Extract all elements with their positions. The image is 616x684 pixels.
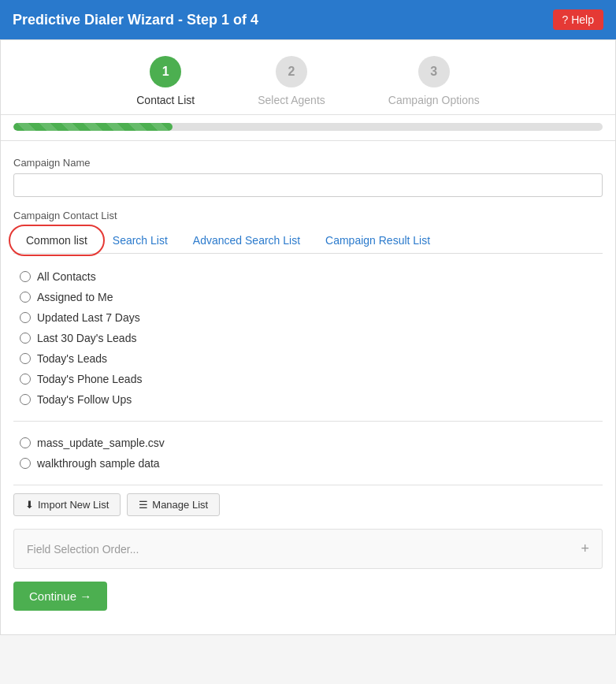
- action-buttons: ⬇ Import New List ☰ Manage List: [13, 485, 603, 516]
- progress-container: [1, 115, 615, 141]
- list-item: mass_update_sample.csv: [13, 433, 603, 453]
- step-3: 3 Campaign Options: [388, 56, 480, 106]
- label-all-contacts[interactable]: All Contacts: [37, 270, 96, 283]
- radio-last-30-leads[interactable]: [20, 333, 31, 344]
- step-1-label: Contact List: [136, 94, 195, 106]
- step-3-label: Campaign Options: [388, 94, 480, 106]
- list-item: Today's Follow Ups: [13, 389, 603, 410]
- common-radio-list: All Contacts Assigned to Me Updated Last…: [13, 263, 603, 413]
- help-button[interactable]: ? Help: [553, 9, 603, 30]
- list-item: Today's Leads: [13, 348, 603, 369]
- field-selection-label: Field Selection Order...: [27, 543, 139, 556]
- progress-bar-bg: [13, 123, 603, 131]
- wizard-steps: 1 Contact List 2 Select Agents 3 Campaig…: [1, 40, 615, 115]
- main-content: Campaign Name Campaign Contact List Comm…: [1, 141, 615, 634]
- label-assigned-to-me[interactable]: Assigned to Me: [37, 291, 113, 303]
- manage-icon: ☰: [139, 499, 148, 511]
- tab-campaign-result[interactable]: Campaign Result List: [313, 228, 443, 253]
- campaign-contact-list-label: Campaign Contact List: [13, 210, 603, 221]
- step-2-circle: 2: [276, 56, 307, 87]
- list-item: Assigned to Me: [13, 287, 603, 307]
- list-item: Updated Last 7 Days: [13, 307, 603, 328]
- radio-walkthrough[interactable]: [20, 458, 31, 469]
- import-new-list-button[interactable]: ⬇ Import New List: [13, 493, 121, 516]
- list-item: walkthrough sample data: [13, 453, 603, 474]
- continue-button[interactable]: Continue →: [13, 582, 107, 611]
- tabs-container: Common list Search List Advanced Search …: [13, 228, 603, 254]
- radio-todays-leads[interactable]: [20, 353, 31, 364]
- campaign-name-input[interactable]: [13, 173, 603, 197]
- manage-label: Manage List: [152, 499, 208, 511]
- tab-common-wrapper: Common list: [13, 228, 100, 253]
- import-label: Import New List: [38, 499, 109, 511]
- wizard-header: Predictive Dialer Wizard - Step 1 of 4 ?…: [0, 0, 616, 39]
- list-divider: [13, 421, 603, 422]
- radio-all-contacts[interactable]: [20, 271, 31, 282]
- radio-todays-followups[interactable]: [20, 394, 31, 405]
- tab-search[interactable]: Search List: [100, 228, 180, 253]
- field-selection-order[interactable]: Field Selection Order... +: [13, 529, 603, 569]
- progress-bar-fill: [13, 123, 173, 131]
- step-1: 1 Contact List: [136, 56, 195, 106]
- continue-label: Continue →: [29, 589, 91, 603]
- label-walkthrough[interactable]: walkthrough sample data: [37, 457, 160, 470]
- tab-advanced-search[interactable]: Advanced Search List: [180, 228, 313, 253]
- list-item: All Contacts: [13, 266, 603, 287]
- step-3-circle: 3: [418, 56, 450, 87]
- label-todays-leads[interactable]: Today's Leads: [37, 352, 107, 365]
- custom-list: mass_update_sample.csv walkthrough sampl…: [13, 429, 603, 477]
- step-1-circle: 1: [150, 56, 181, 87]
- plus-icon: +: [581, 541, 589, 557]
- import-icon: ⬇: [25, 499, 34, 511]
- campaign-name-label: Campaign Name: [13, 157, 603, 169]
- label-last-30-leads[interactable]: Last 30 Day's Leads: [37, 332, 136, 344]
- label-todays-phone-leads[interactable]: Today's Phone Leads: [37, 373, 142, 385]
- radio-assigned-to-me[interactable]: [20, 292, 31, 303]
- label-todays-followups[interactable]: Today's Follow Ups: [37, 393, 132, 406]
- manage-list-button[interactable]: ☰ Manage List: [127, 493, 220, 516]
- radio-mass-update[interactable]: [20, 437, 31, 448]
- tab-common[interactable]: Common list: [13, 228, 100, 253]
- label-updated-last-7[interactable]: Updated Last 7 Days: [37, 311, 140, 324]
- wizard-title: Predictive Dialer Wizard - Step 1 of 4: [13, 12, 258, 28]
- step-2: 2 Select Agents: [258, 56, 325, 106]
- radio-updated-last-7[interactable]: [20, 312, 31, 323]
- label-mass-update[interactable]: mass_update_sample.csv: [37, 437, 165, 449]
- list-item: Last 30 Day's Leads: [13, 328, 603, 348]
- step-2-label: Select Agents: [258, 94, 325, 106]
- list-item: Today's Phone Leads: [13, 369, 603, 389]
- radio-todays-phone-leads[interactable]: [20, 374, 31, 385]
